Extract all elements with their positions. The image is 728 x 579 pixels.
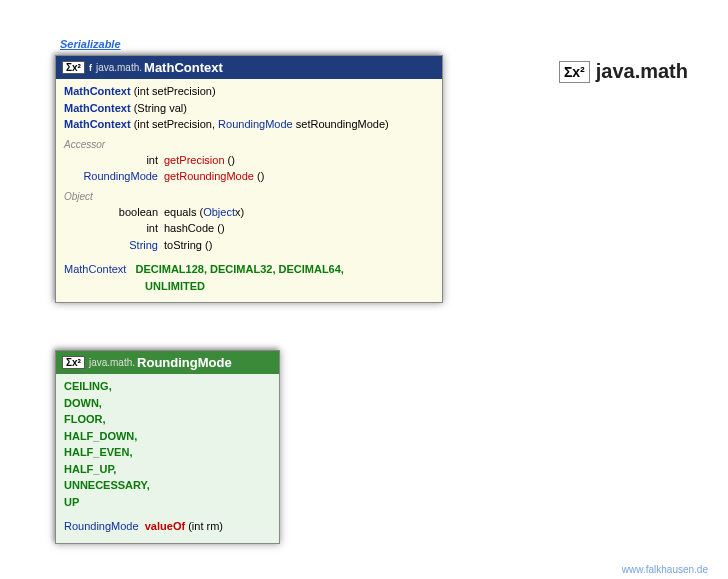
method-row: boolean equals ( Object x )	[64, 204, 434, 221]
constructor-row: MathContext ( int setPrecision , Roundin…	[64, 116, 434, 133]
params: ()	[202, 237, 212, 254]
package-title-block: Σx² java.math	[559, 60, 688, 83]
class-name: RoundingMode	[137, 355, 232, 370]
enum-value: CEILING,	[64, 378, 271, 395]
enum-value: UP	[64, 494, 271, 511]
sigma-icon: Σx²	[559, 61, 590, 83]
method-name: valueOf	[145, 518, 185, 535]
class-pkg: java.math.	[89, 357, 135, 368]
class-header-mathcontext: Σx² f java.math. MathContext	[56, 56, 442, 79]
enum-value: UNNECESSARY,	[64, 477, 271, 494]
paren: (	[131, 100, 138, 117]
enum-value: HALF_EVEN,	[64, 444, 271, 461]
paren: )	[385, 116, 389, 133]
enum-value: FLOOR,	[64, 411, 271, 428]
return-type-link[interactable]: RoundingMode	[64, 168, 164, 185]
ctor-name: MathContext	[64, 83, 131, 100]
const-type: MathContext	[64, 263, 126, 275]
method-name: getPrecision	[164, 152, 225, 169]
class-body-mathcontext: MathContext ( int setPrecision ) MathCon…	[56, 79, 442, 302]
constant: UNLIMITED	[145, 280, 205, 292]
param: String val	[137, 100, 183, 117]
method-row: int getPrecision ()	[64, 152, 434, 169]
method-row: int hashCode ()	[64, 220, 434, 237]
method-name: toString	[164, 237, 202, 254]
paren: )	[240, 204, 244, 221]
footer-link[interactable]: www.falkhausen.de	[622, 564, 708, 575]
param: int rm	[192, 518, 220, 535]
class-box-roundingmode: Σx² java.math. RoundingMode CEILING, DOW…	[55, 350, 280, 544]
class-pkg: java.math.	[96, 62, 142, 73]
return-type: boolean	[64, 204, 164, 221]
constant: DECIMAL64	[279, 263, 341, 275]
sigma-icon: Σx²	[62, 356, 85, 369]
method-row: RoundingMode valueOf ( int rm )	[64, 518, 271, 535]
section-accessor: Accessor	[64, 137, 434, 152]
class-header-roundingmode: Σx² java.math. RoundingMode	[56, 351, 279, 374]
sigma-icon: Σx²	[62, 61, 85, 74]
paren: (	[185, 518, 192, 535]
param: int setPrecision	[137, 116, 212, 133]
class-body-roundingmode: CEILING, DOWN, FLOOR, HALF_DOWN, HALF_EV…	[56, 374, 279, 543]
class-name: MathContext	[144, 60, 223, 75]
enum-values: CEILING, DOWN, FLOOR, HALF_DOWN, HALF_EV…	[64, 378, 271, 510]
return-type-link[interactable]: String	[64, 237, 164, 254]
constants-row: MathContext DECIMAL128, DECIMAL32, DECIM…	[64, 261, 434, 294]
return-type-link[interactable]: RoundingMode	[64, 518, 139, 535]
section-object: Object	[64, 189, 434, 204]
paren: )	[183, 100, 187, 117]
type-link[interactable]: RoundingMode	[218, 116, 293, 133]
paren: (	[131, 116, 138, 133]
return-type: int	[64, 220, 164, 237]
method-name: equals	[164, 204, 196, 221]
enum-value: DOWN,	[64, 395, 271, 412]
final-badge: f	[89, 63, 92, 73]
paren: (	[131, 83, 138, 100]
paren: )	[212, 83, 216, 100]
constant: DECIMAL32	[210, 263, 272, 275]
class-box-mathcontext: Σx² f java.math. MathContext MathContext…	[55, 55, 443, 303]
params: ()	[214, 220, 224, 237]
method-row: String toString ()	[64, 237, 434, 254]
ctor-name: MathContext	[64, 100, 131, 117]
sep: ,	[341, 263, 344, 275]
ctor-name: MathContext	[64, 116, 131, 133]
paren: )	[219, 518, 223, 535]
return-type: int	[64, 152, 164, 169]
method-name: getRoundingMode	[164, 168, 254, 185]
method-row: RoundingMode getRoundingMode ()	[64, 168, 434, 185]
param: setRoundingMode	[293, 116, 385, 133]
constructor-row: MathContext ( int setPrecision )	[64, 83, 434, 100]
package-name: java.math	[596, 60, 688, 83]
enum-value: HALF_UP,	[64, 461, 271, 478]
params: ()	[254, 168, 264, 185]
params: ()	[225, 152, 235, 169]
type-link[interactable]: Object	[203, 204, 235, 221]
paren: (	[196, 204, 203, 221]
constructor-row: MathContext ( String val )	[64, 100, 434, 117]
param: int setPrecision	[137, 83, 212, 100]
method-name: hashCode	[164, 220, 214, 237]
serializable-link[interactable]: Serializable	[60, 38, 121, 50]
enum-value: HALF_DOWN,	[64, 428, 271, 445]
constant: DECIMAL128	[135, 263, 203, 275]
